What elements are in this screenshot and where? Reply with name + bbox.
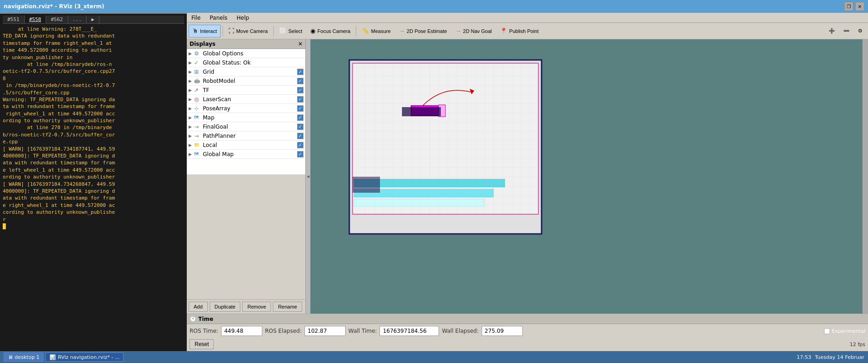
display-item-robotmodel[interactable]: ▶ 🤖 RobotModel ✓	[187, 76, 305, 86]
minus-button[interactable]: ➖	[840, 25, 853, 38]
taskbar-desktop[interactable]: 🖥 desktop 1	[4, 352, 43, 362]
menu-panels[interactable]: Panels	[208, 14, 229, 22]
restore-button[interactable]: ❐	[844, 2, 853, 11]
rviz-content: Displays ✕ ▶ ⚙ Global Options ▶ ✓ Global…	[187, 39, 868, 314]
term-tab-551[interactable]: #551	[3, 16, 25, 23]
expand-arrow-local: ▶	[189, 143, 194, 147]
publish-point-icon: 📍	[500, 27, 507, 34]
expand-arrow-grid: ▶	[189, 70, 194, 74]
time-values-row: ROS Time: 449.48 ROS Elapsed: 102.87 Wal…	[187, 324, 868, 338]
terminal-panel: #551 #558 #562 ... ▶ at line Warning: 27…	[0, 13, 187, 351]
map-icon: 🗺	[194, 115, 201, 120]
nav-goal-button[interactable]: → 2D Nav Goal	[451, 25, 495, 38]
publish-point-button[interactable]: 📍 Publish Point	[496, 25, 542, 38]
taskbar-left: 🖥 desktop 1 📊 RViz navigation.rviz* - ..…	[4, 352, 124, 362]
nav-goal-icon: →	[455, 27, 461, 34]
expand-arrow-posearray: ▶	[189, 106, 194, 111]
minus-icon: ➖	[843, 28, 850, 34]
move-camera-button[interactable]: ⛶ Move Camera	[225, 25, 271, 38]
experimental-checkbox[interactable]	[824, 328, 830, 334]
ros-elapsed-value: 102.87	[304, 326, 346, 336]
display-item-global-options[interactable]: ▶ ⚙ Global Options	[187, 49, 305, 58]
measure-button[interactable]: 📏 Measure	[358, 25, 394, 38]
rviz-toolbar: 🖱 Interact ⛶ Move Camera ⬜ Select ◉ Focu…	[187, 23, 868, 39]
display-item-tf[interactable]: ▶ ↗ TF ✓	[187, 86, 305, 95]
tf-checkbox[interactable]: ✓	[297, 87, 304, 93]
laserscan-checkbox[interactable]: ✓	[297, 96, 304, 103]
term-tab-more[interactable]: ...	[68, 16, 87, 23]
display-item-global-status[interactable]: ▶ ✓ Global Status: Ok	[187, 58, 305, 67]
reset-button[interactable]: Reset	[190, 339, 214, 349]
focus-camera-icon: ◉	[310, 27, 315, 34]
move-camera-icon: ⛶	[228, 27, 234, 34]
grid-icon: ⊞	[194, 69, 201, 75]
terminal-tabs: #551 #558 #562 ... ▶	[3, 16, 184, 24]
taskbar-right: 17:53 Tuesday 14 Februar	[797, 354, 864, 360]
expand-arrow-laserscan: ▶	[189, 97, 194, 102]
focus-camera-button[interactable]: ◉ Focus Camera	[307, 25, 354, 38]
display-item-finalgoal[interactable]: ▶ → FinalGoal ✓	[187, 122, 305, 131]
display-item-grid[interactable]: ▶ ⊞ Grid ✓	[187, 67, 305, 76]
pose-estimate-button[interactable]: → 2D Pose Estimate	[395, 25, 450, 38]
display-item-globalmap[interactable]: ▶ 🗺 Global Map ✓	[187, 150, 305, 159]
rviz-viewport[interactable]	[310, 39, 868, 314]
svg-rect-9	[354, 199, 484, 206]
rviz-panel: File Panels Help 🖱 Interact ⛶ Move Camer…	[187, 13, 868, 351]
window-title: navigation.rviz* - RViz (3_xterm)	[4, 3, 104, 10]
display-item-map[interactable]: ▶ 🗺 Map ✓	[187, 113, 305, 122]
select-button[interactable]: ⬜ Select	[276, 25, 306, 38]
displays-close-icon[interactable]: ✕	[298, 41, 303, 47]
displays-panel: Displays ✕ ▶ ⚙ Global Options ▶ ✓ Global…	[187, 39, 306, 314]
close-button[interactable]: ✕	[855, 2, 864, 11]
menu-help[interactable]: Help	[235, 14, 251, 22]
display-item-posearray[interactable]: ▶ ⊹ PoseArray ✓	[187, 104, 305, 113]
display-item-pathplanner[interactable]: ▶ → PathPlanner ✓	[187, 131, 305, 141]
map-checkbox[interactable]: ✓	[297, 114, 304, 121]
term-tab-562[interactable]: #562	[46, 16, 68, 23]
globalmap-label: Global Map	[203, 151, 297, 157]
posearray-checkbox[interactable]: ✓	[297, 105, 304, 112]
displays-empty-area	[187, 174, 305, 300]
pathplanner-checkbox[interactable]: ✓	[297, 133, 304, 139]
globalmap-icon: 🗺	[194, 152, 201, 157]
window-controls: ❐ ✕	[844, 2, 864, 11]
rename-display-button[interactable]: Rename	[273, 302, 302, 312]
experimental-label: Experimental	[832, 328, 865, 334]
display-item-laserscan[interactable]: ▶ ◎ LaserScan ✓	[187, 95, 305, 104]
reset-row: Reset 12 fps	[187, 338, 868, 351]
viewport-scrollbar[interactable]	[863, 39, 868, 314]
posearray-label: PoseArray	[203, 105, 297, 112]
global-options-icon: ⚙	[194, 50, 201, 57]
local-icon: 📁	[194, 142, 201, 147]
menu-file[interactable]: File	[190, 14, 202, 22]
grid-checkbox[interactable]: ✓	[297, 69, 304, 75]
robotmodel-icon: 🤖	[194, 78, 201, 83]
displays-buttons: Add Duplicate Remove Rename	[187, 299, 305, 314]
svg-rect-10	[402, 107, 441, 116]
remove-display-button[interactable]: Remove	[242, 302, 271, 312]
toolbar-separator-2	[273, 26, 274, 37]
finalgoal-checkbox[interactable]: ✓	[297, 124, 304, 130]
taskbar-rviz[interactable]: 📊 RViz navigation.rviz* - ...	[45, 352, 124, 362]
wall-elapsed-value: 275.09	[482, 326, 523, 336]
collapse-icon: ◀	[307, 174, 309, 179]
add-display-button[interactable]: Add	[189, 302, 208, 312]
interact-button[interactable]: 🖱 Interact	[189, 25, 221, 38]
posearray-icon: ⊹	[194, 105, 201, 112]
settings-button[interactable]: ⚙	[854, 25, 866, 38]
title-bar: navigation.rviz* - RViz (3_xterm) ❐ ✕	[0, 0, 868, 13]
expand-arrow-map: ▶	[189, 115, 194, 120]
term-tab-558[interactable]: #558	[25, 16, 47, 23]
local-checkbox[interactable]: ✓	[297, 142, 304, 148]
plus-button[interactable]: ➕	[825, 25, 839, 38]
display-item-local[interactable]: ▶ 📁 Local ✓	[187, 141, 305, 150]
tf-icon: ↗	[194, 87, 201, 93]
settings-icon: ⚙	[858, 28, 863, 34]
panel-collapse-handle[interactable]: ◀	[306, 39, 310, 314]
expand-arrow-globalmap: ▶	[189, 152, 194, 157]
duplicate-display-button[interactable]: Duplicate	[210, 302, 241, 312]
laserscan-icon: ◎	[194, 96, 201, 103]
globalmap-checkbox[interactable]: ✓	[297, 151, 304, 157]
robotmodel-checkbox[interactable]: ✓	[297, 78, 304, 84]
term-tab-next[interactable]: ▶	[87, 16, 99, 23]
